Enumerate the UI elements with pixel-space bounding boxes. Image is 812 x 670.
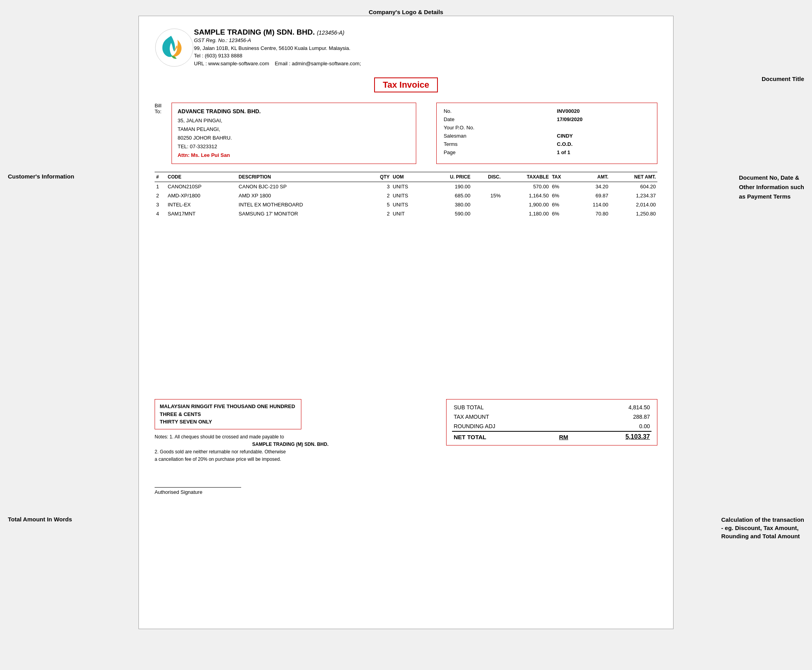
annotation-doc-info: Document No, Date & Other Information su… (739, 173, 804, 201)
title-center: Tax Invoice (155, 74, 657, 96)
bottom-left: MALAYSIAN RINGGIT FIVE THOUSAND ONE HUND… (155, 399, 426, 463)
cell-qty: 2 (367, 191, 391, 200)
col-desc: DESCRIPTION (237, 172, 367, 182)
no-value: INV00020 (555, 107, 651, 115)
bill-to-addr1: 35, JALAN PINGAI, (177, 116, 410, 125)
cell-uprice: 190.00 (427, 182, 472, 191)
col-amt: AMT. (574, 172, 610, 182)
annotation-document-title: Document Title (762, 75, 804, 83)
bottom-section: MALAYSIAN RINGGIT FIVE THOUSAND ONE HUND… (155, 399, 657, 463)
notes-section: Notes: 1. All cheques should be crossed … (155, 433, 426, 464)
table-row: 1 CANON210SP CANON BJC-210 SP 3 UNITS 19… (155, 182, 657, 191)
invoice-container: SAMPLE TRADING (M) SDN. BHD. (123456-A) … (138, 16, 674, 629)
annotation-total-words: Total Amount In Words (8, 515, 72, 523)
cell-num: 2 (155, 191, 166, 200)
annotation-customer-info: Customer's Information (8, 173, 74, 180)
company-address: 99, Jalan 101B, KL Business Centre, 5610… (194, 44, 657, 52)
sub-total-label: SUB TOTAL (452, 403, 557, 412)
bill-to-name: ADVANCE TRADING SDN. BHD. (177, 107, 410, 116)
col-disc: DISC. (472, 172, 502, 182)
col-taxable: TAXABLE (502, 172, 550, 182)
po-value (555, 123, 651, 132)
tax-amount-value: 288.87 (587, 412, 651, 422)
cell-num: 4 (155, 209, 166, 218)
bill-to-addr3: 80250 JOHOR BAHRU. (177, 134, 410, 142)
cell-tax: 6% (550, 182, 574, 191)
col-uprice: U. PRICE (427, 172, 472, 182)
empty-rows-spacer (155, 226, 657, 391)
company-details: SAMPLE TRADING (M) SDN. BHD. (123456-A) … (194, 28, 657, 67)
cell-qty: 5 (367, 200, 391, 209)
company-gst: GST Reg. No.: 123456-A (194, 37, 657, 44)
cell-taxable: 570.00 (502, 182, 550, 191)
company-url-email: URL : www.sample-software.com Email : ad… (194, 60, 657, 68)
tax-amount-label: TAX AMOUNT (452, 412, 557, 422)
cell-taxable: 1,180.00 (502, 209, 550, 218)
cell-disc (472, 200, 502, 209)
cell-uprice: 380.00 (427, 200, 472, 209)
cell-code: AMD-XP/1800 (166, 191, 237, 200)
annotation-company-logo: Company's Logo & Details (369, 9, 443, 15)
cell-disc (472, 182, 502, 191)
cell-desc: CANON BJC-210 SP (237, 182, 367, 191)
cell-uprice: 685.00 (427, 191, 472, 200)
cell-taxable: 1,164.50 (502, 191, 550, 200)
bill-to-addr2: TAMAN PELANGI, (177, 125, 410, 134)
terms-label: Terms (442, 140, 555, 148)
amount-words-box: MALAYSIAN RINGGIT FIVE THOUSAND ONE HUND… (155, 399, 301, 429)
salesman-value: CINDY (555, 132, 651, 140)
signature-line (155, 487, 241, 488)
col-netamt: NET AMT. (610, 172, 657, 182)
note1-company: SAMPLE TRADING (M) SDN. BHD. (155, 441, 426, 448)
totals-box: SUB TOTAL 4,814.50 TAX AMOUNT 288.87 ROU… (446, 399, 657, 445)
invoice-info-table: No. INV00020 Date 17/09/2020 Your P.O. N… (442, 107, 651, 156)
cell-code: SAM17MNT (166, 209, 237, 218)
company-logo (155, 28, 194, 67)
table-row: 3 INTEL-EX INTEL EX MOTHERBOARD 5 UNITS … (155, 200, 657, 209)
cell-amt: 69.87 (574, 191, 610, 200)
company-tel: Tel : (603) 9133 8888 (194, 52, 657, 60)
cell-amt: 70.80 (574, 209, 610, 218)
cell-tax: 6% (550, 200, 574, 209)
col-code: CODE (166, 172, 237, 182)
cell-amt: 114.00 (574, 200, 610, 209)
billing-section: Bill To: ADVANCE TRADING SDN. BHD. 35, J… (155, 103, 657, 164)
cell-disc (472, 209, 502, 218)
cell-code: CANON210SP (166, 182, 237, 191)
cell-uom: UNITS (391, 200, 426, 209)
cell-desc: AMD XP 1800 (237, 191, 367, 200)
terms-value: C.O.D. (555, 140, 651, 148)
no-label: No. (442, 107, 555, 115)
col-qty: QTY (367, 172, 391, 182)
note2: 2. Goods sold are neither returnable nor… (155, 448, 426, 463)
col-num: # (155, 172, 166, 182)
cell-netamt: 604.20 (610, 182, 657, 191)
page-value: 1 of 1 (555, 148, 651, 156)
cell-desc: SAMSUNG 17' MONITOR (237, 209, 367, 218)
cell-disc: 15% (472, 191, 502, 200)
cell-uom: UNITS (391, 191, 426, 200)
net-total-label: NET TOTAL (452, 431, 557, 442)
cell-tax: 6% (550, 209, 574, 218)
page-wrapper: Company's Logo & Details Document Title … (0, 0, 812, 670)
cell-qty: 2 (367, 209, 391, 218)
cell-qty: 3 (367, 182, 391, 191)
cell-num: 3 (155, 200, 166, 209)
cell-desc: INTEL EX MOTHERBOARD (237, 200, 367, 209)
cell-netamt: 2,014.00 (610, 200, 657, 209)
col-tax: TAX (550, 172, 574, 182)
invoice-info-box: No. INV00020 Date 17/09/2020 Your P.O. N… (436, 103, 657, 164)
note1: Notes: 1. All cheques should be crossed … (155, 433, 426, 441)
page-label: Page (442, 148, 555, 156)
net-total-currency: RM (557, 431, 587, 442)
salesman-label: Salesman (442, 132, 555, 140)
sub-total-value: 4,814.50 (587, 403, 651, 412)
cell-code: INTEL-EX (166, 200, 237, 209)
table-row: 4 SAM17MNT SAMSUNG 17' MONITOR 2 UNIT 59… (155, 209, 657, 218)
net-total-value: 5,103.37 (587, 431, 651, 442)
rounding-value: 0.00 (587, 422, 651, 431)
cell-netamt: 1,250.80 (610, 209, 657, 218)
bill-to-tel: TEL: 07-3323312 (177, 142, 410, 151)
po-label: Your P.O. No. (442, 123, 555, 132)
cell-num: 1 (155, 182, 166, 191)
